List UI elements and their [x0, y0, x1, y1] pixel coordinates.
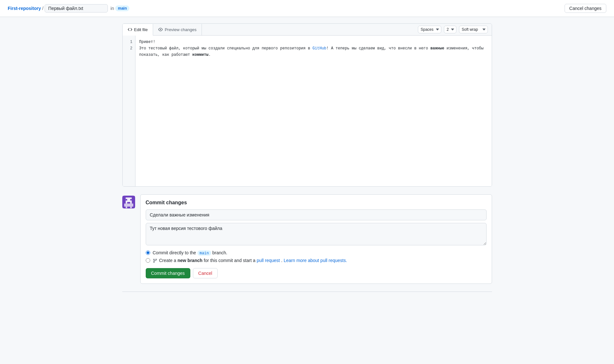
code-icon [128, 27, 132, 32]
avatar-icon [123, 196, 135, 208]
radio-newbranch-mid: for this commit and start a [204, 258, 257, 263]
radio-newbranch-input[interactable] [146, 258, 150, 263]
line-number-1: 1 [123, 39, 133, 45]
main-content: Edit file Preview changes Spaces Tabs 2 … [115, 17, 500, 298]
radio-direct-label[interactable]: Commit directly to the main branch. [153, 250, 228, 255]
commit-summary-input[interactable] [146, 209, 487, 220]
top-bar: First-repository / in main Cancel change… [0, 0, 614, 17]
commit-section: Commit changes Тут новая версия тестовог… [122, 194, 492, 284]
bold-text-important: важные [430, 46, 444, 51]
svg-rect-4 [127, 202, 130, 204]
code-line-2: Это тестовый файл, который мы создали сп… [139, 45, 488, 58]
svg-rect-5 [124, 204, 133, 207]
radio-newbranch-label[interactable]: Create a new branch for this commit and … [153, 258, 347, 263]
indent-size-select[interactable]: 2 4 8 [444, 26, 456, 33]
editor-toolbar: Edit file Preview changes Spaces Tabs 2 … [123, 24, 492, 36]
editor-tabs: Edit file Preview changes [123, 24, 202, 35]
tab-preview-changes[interactable]: Preview changes [153, 24, 202, 35]
code-line-1: Привет! [139, 39, 488, 45]
commit-cancel-button[interactable]: Cancel [193, 268, 218, 278]
commit-description-input[interactable]: Тут новая версия тестового файла [146, 223, 487, 245]
radio-direct-suffix: branch. [212, 250, 228, 255]
radio-new-branch: Create a new branch for this commit and … [146, 258, 487, 263]
svg-rect-2 [125, 199, 127, 201]
line-numbers: 1 2 [123, 36, 135, 186]
radio-newbranch-text: Create a [159, 258, 177, 263]
radio-direct-text: Commit directly to the [153, 250, 197, 255]
commit-radio-group: Commit directly to the main branch. Crea… [146, 250, 487, 263]
github-link: GitHub [313, 46, 326, 51]
breadcrumb: First-repository / in main [8, 4, 129, 13]
radio-direct-input[interactable] [146, 250, 150, 255]
commit-box: Commit changes Тут новая версия тестовог… [140, 194, 492, 284]
edit-tab-label: Edit file [134, 27, 148, 32]
svg-rect-6 [125, 207, 127, 208]
pull-request-link[interactable]: pull request [257, 258, 280, 263]
commit-box-title: Commit changes [146, 200, 487, 206]
page-divider [122, 292, 492, 292]
avatar [122, 196, 135, 208]
direct-branch-tag: main [197, 250, 211, 256]
editor-options: Spaces Tabs 2 4 8 Soft wrap No wrap [414, 24, 492, 35]
cancel-changes-button[interactable]: Cancel changes [565, 4, 606, 13]
svg-rect-7 [130, 207, 132, 208]
svg-rect-3 [130, 199, 132, 201]
code-editor-area: 1 2 Привет! Это тестовый файл, который м… [123, 36, 492, 186]
line-number-2: 2 [123, 45, 133, 52]
radio-direct-commit: Commit directly to the main branch. [146, 250, 487, 255]
editor-panel: Edit file Preview changes Spaces Tabs 2 … [122, 23, 492, 187]
radio-newbranch-suffix: . [281, 258, 284, 263]
indent-type-select[interactable]: Spaces Tabs [418, 26, 441, 33]
radio-newbranch-bold: new branch [177, 258, 203, 263]
commit-actions: Commit changes Cancel [146, 268, 487, 278]
learn-more-link[interactable]: Learn more about pull requests. [284, 258, 347, 263]
eye-icon [158, 27, 163, 32]
breadcrumb-in: in [110, 6, 114, 11]
code-content[interactable]: Привет! Это тестовый файл, который мы со… [135, 36, 492, 186]
filename-input[interactable] [45, 4, 108, 13]
git-branch-icon [153, 258, 157, 263]
repo-link[interactable]: First-repository [8, 6, 41, 11]
branch-badge: main [115, 5, 129, 11]
softwrap-select[interactable]: Soft wrap No wrap [459, 26, 488, 33]
commit-changes-button[interactable]: Commit changes [146, 268, 190, 278]
bold-text-commits: коммиты [192, 53, 208, 57]
avatar-wrap [122, 196, 135, 208]
breadcrumb-separator: / [42, 6, 43, 11]
preview-tab-label: Preview changes [165, 27, 196, 32]
tab-edit-file[interactable]: Edit file [123, 24, 153, 36]
